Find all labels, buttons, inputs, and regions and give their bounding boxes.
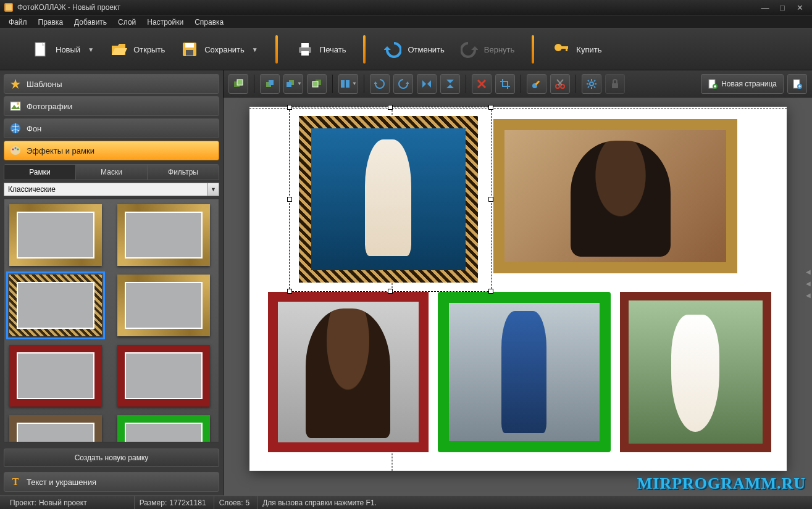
side-panel: Шаблоны Фотографии Фон Эффекты и рамки Р…: [0, 70, 224, 495]
resize-handle[interactable]: [488, 289, 493, 294]
eyedropper-button[interactable]: [527, 74, 546, 94]
accordion-effects[interactable]: Эффекты и рамки: [4, 141, 219, 160]
lock-button[interactable]: [605, 74, 625, 94]
tab-filters[interactable]: Фильтры: [148, 165, 219, 180]
status-help: Для вызова справки нажмите F1.: [257, 496, 382, 509]
send-back-button[interactable]: [307, 74, 327, 94]
open-label: Открыть: [133, 45, 165, 54]
effects-subtabs: Рамки Маски Фильтры: [4, 164, 219, 180]
menu-layer[interactable]: Слой: [113, 17, 141, 28]
frame-thumb[interactable]: [117, 275, 210, 336]
delete-button[interactable]: [472, 74, 492, 94]
cut-button[interactable]: [550, 74, 570, 94]
status-project: Проект: Новый проект: [5, 496, 92, 509]
new-button[interactable]: Новый ▼: [25, 37, 100, 62]
svg-rect-31: [346, 80, 349, 88]
tab-masks[interactable]: Маски: [76, 165, 148, 180]
settings-button[interactable]: [582, 74, 601, 94]
menu-bar: Файл Правка Добавить Слой Настройки Спра…: [0, 15, 812, 28]
chevron-down-icon[interactable]: ▼: [207, 183, 219, 196]
tab-frames[interactable]: Рамки: [4, 165, 76, 180]
toolbar-separator: [363, 35, 366, 64]
photo-frame[interactable]: [268, 292, 429, 452]
resize-handle[interactable]: [287, 197, 292, 202]
canvas-viewport[interactable]: [224, 97, 812, 495]
svg-rect-9: [301, 51, 309, 56]
layer-down-button[interactable]: ▼: [283, 74, 303, 94]
resize-handle[interactable]: [488, 197, 493, 202]
status-value: 5: [245, 499, 249, 507]
accordion-photos[interactable]: Фотографии: [4, 96, 219, 116]
flip-v-button[interactable]: [440, 74, 460, 94]
layer-up-button[interactable]: [260, 74, 280, 94]
photo-frame[interactable]: [493, 119, 737, 273]
rotate-left-button[interactable]: [370, 74, 390, 94]
bring-front-button[interactable]: [228, 74, 248, 94]
globe-icon: [9, 122, 22, 134]
selection-box[interactable]: [289, 107, 492, 292]
menu-settings[interactable]: Настройки: [142, 17, 188, 28]
accordion-label: Фон: [27, 124, 41, 133]
separator: [466, 75, 466, 93]
window-title: ФотоКОЛЛАЖ - Новый проект: [17, 3, 120, 12]
frame-thumb[interactable]: [117, 204, 210, 266]
page-settings-button[interactable]: [787, 74, 807, 94]
save-button[interactable]: Сохранить ▼: [174, 37, 264, 62]
minimize-button[interactable]: —: [756, 2, 774, 13]
canvas-page[interactable]: [249, 107, 787, 471]
close-button[interactable]: ✕: [791, 2, 808, 13]
buy-button[interactable]: Купить: [545, 37, 608, 62]
accordion-label: Фотографии: [27, 102, 72, 111]
save-icon: [180, 39, 199, 59]
svg-rect-25: [269, 80, 274, 85]
frame-thumb[interactable]: [9, 204, 102, 266]
frame-thumb[interactable]: [117, 345, 210, 407]
svg-marker-13: [10, 79, 20, 89]
frame-thumb[interactable]: [9, 415, 102, 442]
new-icon: [31, 39, 51, 59]
resize-handle[interactable]: [287, 289, 292, 294]
create-frame-button[interactable]: Создать новую рамку: [4, 449, 219, 467]
crop-button[interactable]: [495, 74, 515, 94]
flip-h-button[interactable]: [417, 74, 437, 94]
status-hint: Для вызова справки нажмите F1.: [262, 499, 377, 507]
status-label: Размер:: [140, 499, 167, 507]
dropdown-icon[interactable]: ▼: [252, 46, 258, 53]
frame-thumb[interactable]: [9, 345, 102, 407]
accordion-label: Текст и украшения: [27, 478, 96, 487]
status-layers: Слоев: 5: [214, 496, 255, 509]
status-size: Размер: 1772x1181: [134, 496, 211, 509]
status-label: Слоев:: [219, 499, 243, 507]
accordion-text[interactable]: T Текст и украшения: [4, 472, 219, 492]
resize-handle[interactable]: [287, 105, 292, 110]
frame-thumb-selected[interactable]: [9, 275, 102, 336]
maximize-button[interactable]: □: [774, 2, 791, 13]
menu-add[interactable]: Добавить: [69, 17, 112, 28]
new-page-button[interactable]: Новая страница: [701, 74, 784, 94]
align-button[interactable]: ▼: [338, 74, 358, 94]
status-bar: Проект: Новый проект Размер: 1772x1181 С…: [0, 495, 812, 509]
category-combo[interactable]: Классические ▼: [4, 183, 219, 196]
dropdown-icon[interactable]: ▼: [88, 46, 94, 53]
resize-handle[interactable]: [388, 289, 393, 294]
menu-edit[interactable]: Правка: [33, 17, 69, 28]
rotate-right-button[interactable]: [393, 74, 413, 94]
open-button[interactable]: Открыть: [103, 37, 171, 62]
svg-marker-35: [446, 85, 454, 88]
photo-frame[interactable]: [438, 292, 611, 452]
photo-frame[interactable]: [620, 292, 771, 452]
menu-file[interactable]: Файл: [4, 17, 32, 28]
separator: [576, 75, 576, 93]
accordion-background[interactable]: Фон: [4, 118, 219, 138]
resize-handle[interactable]: [388, 105, 393, 110]
side-expand-handles[interactable]: ◀◀◀: [806, 268, 811, 298]
print-button[interactable]: Печать: [289, 37, 353, 62]
redo-button[interactable]: Вернуть: [453, 37, 521, 62]
status-label: Проект:: [10, 499, 36, 507]
undo-button[interactable]: Отменить: [377, 37, 450, 62]
frame-thumb[interactable]: [117, 415, 210, 442]
resize-handle[interactable]: [488, 105, 493, 110]
accordion-templates[interactable]: Шаблоны: [4, 74, 219, 94]
new-page-label: Новая страница: [721, 80, 777, 88]
menu-help[interactable]: Справка: [190, 17, 228, 28]
